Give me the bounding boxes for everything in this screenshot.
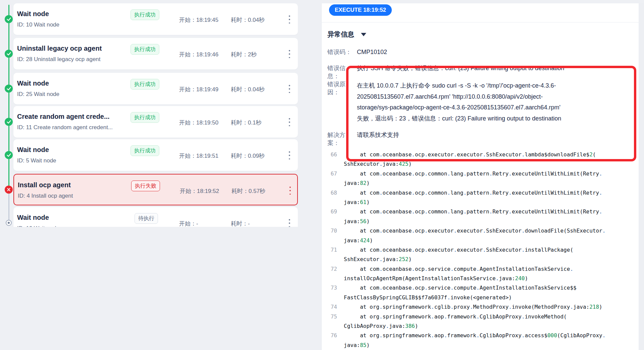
task-start-time: 开始：18:19:51 (179, 152, 218, 160)
task-node-card[interactable]: Wait node ID: 5 Wait node 执行成功 开始：18:19:… (13, 139, 298, 171)
log-line-number: 73 (322, 283, 337, 293)
log-line: 72 at com.oceanbase.ocp.service.compute.… (322, 264, 639, 274)
log-line-number: 66 (322, 150, 337, 159)
log-line-text: java:424) (344, 236, 373, 245)
log-line: 73 at com.oceanbase.ocp.service.compute.… (322, 283, 639, 293)
task-node-id: ID: 11 Create random agent credent... (17, 124, 113, 131)
more-actions-icon[interactable] (286, 218, 292, 227)
log-line-text: at com.oceanbase.ocp.service.compute.Age… (344, 283, 577, 293)
error-message-value: 执行 SSH 命令失败，错误信息：curl: (23) Failure writ… (357, 64, 564, 80)
log-line: 68 at com.oceanbase.ocp.common.lang.patt… (322, 188, 639, 198)
log-line: 71 at com.oceanbase.ocp.executor.executo… (322, 245, 639, 255)
task-duration: 耗时：0.09秒 (231, 152, 265, 160)
log-line: 70 at com.oceanbase.ocp.executor.executo… (322, 226, 639, 236)
check-circle-icon (5, 151, 13, 159)
log-line-text: java:82) (344, 179, 370, 188)
log-line: 76 at org.springframework.aop.framework.… (322, 331, 639, 340)
log-line-text: java:85) (344, 341, 370, 350)
task-start-time: 开始：18:19:45 (179, 16, 218, 24)
task-start-time: 开始：18:19:46 (179, 51, 218, 58)
timeline-line-pending (8, 190, 9, 223)
log-line-text: FastClassBySpringCGLIB$$f7a6037f.invoke(… (344, 293, 512, 302)
task-node-title: Install ocp agent (18, 181, 71, 189)
log-line-number: 70 (322, 226, 337, 236)
task-node-card[interactable]: Install ocp agent ID: 4 Install ocp agen… (13, 174, 298, 205)
task-node-card[interactable]: Create random agent crede... ID: 11 Crea… (13, 106, 298, 138)
task-node-id: ID: 19 Wait node (17, 225, 59, 227)
task-node-title: Wait node (17, 10, 49, 18)
task-node-list[interactable]: Wait node ID: 10 Wait node 执行成功 开始：18:19… (0, 0, 305, 227)
log-line-number: 74 (322, 302, 337, 312)
exception-section-header[interactable]: 异常信息 (327, 30, 366, 39)
more-actions-icon[interactable] (286, 84, 292, 94)
log-line: SshExecutor.java:425) (322, 159, 639, 169)
log-line: 74 at org.springframework.cglib.proxy.Me… (322, 302, 639, 312)
task-node-title: Wait node (17, 146, 49, 154)
error-code-label: 错误码： (327, 48, 357, 56)
log-line-number: 72 (322, 264, 337, 274)
log-line-number: 67 (322, 169, 337, 179)
check-circle-icon (5, 50, 13, 58)
error-reason-field: 错误原因： 在主机 10.0.0.7 上执行命令 sudo curl -s -S… (327, 80, 631, 124)
timeline-line-success (8, 5, 9, 190)
log-line-text: at org.springframework.cglib.proxy.Metho… (344, 302, 602, 312)
task-start-time: 开始：18:19:49 (179, 86, 218, 93)
task-node-card[interactable]: Wait node ID: 25 Wait node 执行成功 开始：18:19… (13, 73, 298, 104)
check-circle-icon (5, 118, 13, 126)
log-line: installOcpAgentRpm(AgentInstallationTask… (322, 274, 639, 283)
more-actions-icon[interactable] (286, 49, 292, 59)
task-start-time: 开始：- (179, 220, 198, 227)
execute-time-badge[interactable]: EXECUTE 18:19:52 (329, 4, 392, 16)
log-line-text: installOcpAgentRpm(AgentInstallationTask… (344, 274, 528, 283)
more-actions-icon[interactable] (286, 151, 292, 160)
task-start-time: 开始：18:19:52 (180, 187, 219, 195)
error-circle-icon (5, 186, 13, 194)
task-node-card[interactable]: Uninstall legacy ocp agent ID: 28 Uninst… (13, 38, 298, 69)
task-node-id: ID: 5 Wait node (17, 157, 56, 164)
task-start-time: 开始：18:19:50 (179, 119, 218, 127)
status-badge: 执行成功 (130, 112, 159, 123)
pending-circle-icon (6, 220, 12, 226)
task-detail-panel: EXECUTE 18:19:52 异常信息 错误码： CMP10102 错误信息… (321, 3, 644, 350)
exception-section-title: 异常信息 (327, 30, 354, 39)
task-node-card[interactable]: Wait node ID: 19 Wait node 待执行 开始：- 耗时：- (13, 207, 298, 227)
task-node-title: Uninstall legacy ocp agent (17, 45, 102, 52)
log-line-number: 68 (322, 188, 337, 198)
check-circle-icon (5, 15, 13, 23)
log-line: SshExecutor.java:252) (322, 255, 639, 264)
more-actions-icon[interactable] (286, 117, 292, 127)
log-line-number: 75 (322, 312, 337, 321)
more-actions-icon[interactable] (286, 15, 292, 24)
solution-label: 解决方案： (327, 131, 357, 147)
log-line-text: java:56) (344, 217, 370, 226)
log-line: FastClassBySpringCGLIB$$f7a6037f.invoke(… (322, 293, 639, 302)
log-line-text: at com.oceanbase.ocp.service.compute.Age… (344, 264, 573, 274)
log-line: java:56) (322, 217, 639, 226)
task-node-card[interactable]: Wait node ID: 10 Wait node 执行成功 开始：18:19… (13, 3, 298, 35)
status-badge: 执行成功 (130, 145, 159, 156)
scrollbar-track[interactable] (639, 3, 644, 350)
status-badge: 待执行 (135, 213, 158, 224)
task-duration: 耗时：- (231, 220, 250, 227)
log-line: java:82) (322, 179, 639, 188)
log-line-text: at org.springframework.aop.framework.Cgl… (344, 331, 605, 340)
task-node-id: ID: 4 Install ocp agent (18, 193, 73, 199)
error-reason-label: 错误原因： (327, 80, 357, 124)
log-line-number: 69 (322, 207, 337, 216)
task-node-title: Wait node (17, 214, 49, 221)
solution-field: 解决方案： 请联系技术支持 (327, 131, 631, 147)
log-line-text: at com.oceanbase.ocp.executor.executor.S… (344, 245, 573, 255)
more-actions-icon[interactable] (287, 186, 293, 195)
log-line-text: at com.oceanbase.ocp.executor.executor.S… (344, 150, 596, 159)
log-line-text: at com.oceanbase.ocp.common.lang.pattern… (344, 169, 602, 179)
log-line-text: at com.oceanbase.ocp.common.lang.pattern… (344, 188, 602, 198)
panel-divider (322, 22, 644, 22)
error-code-value: CMP10102 (357, 48, 387, 56)
chevron-down-icon (361, 33, 366, 36)
log-line-text: at org.springframework.aop.framework.Cgl… (344, 312, 567, 321)
log-line-text: SshExecutor.java:425) (344, 159, 412, 169)
stacktrace-log-viewer[interactable]: 66 at com.oceanbase.ocp.executor.executo… (322, 150, 639, 350)
log-line: CglibAopProxy.java:386) (322, 321, 639, 331)
error-message-label: 错误信息： (327, 64, 357, 80)
check-circle-icon (5, 85, 13, 93)
